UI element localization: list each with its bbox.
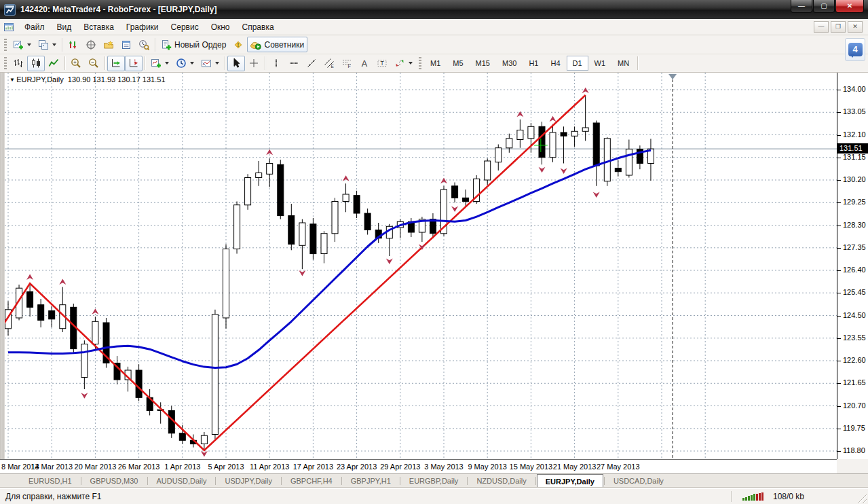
zoom-out-button[interactable]	[85, 56, 102, 71]
favorites-button[interactable]	[100, 37, 117, 52]
timeframe-d1-button[interactable]: D1	[567, 56, 588, 71]
child-restore-button[interactable]: ❐	[831, 21, 846, 33]
timeframe-m15-button[interactable]: M15	[470, 56, 496, 71]
dropdown-caret-icon	[52, 43, 56, 46]
data-window-button[interactable]	[117, 37, 135, 52]
new-order-button[interactable]: Новый Ордер	[157, 37, 229, 52]
zoom-in-button[interactable]	[67, 56, 85, 71]
price-tick-label: 120.70	[837, 401, 866, 410]
toolbar-separator	[145, 56, 145, 70]
chart-tab-audusd[interactable]: AUDUSD,Daily	[149, 474, 215, 488]
chart-tab-eurgbp[interactable]: EURGBP,Daily	[401, 474, 467, 488]
price-axis[interactable]: 134.00133.05132.10131.15130.20129.25128.…	[837, 73, 868, 459]
horizontal-line-tool-button[interactable]	[285, 56, 303, 71]
periods-button[interactable]	[172, 56, 197, 71]
trendline-tool-button[interactable]	[303, 56, 320, 71]
minimize-button[interactable]: —	[791, 0, 812, 13]
chart-shift-triangle-icon[interactable]	[668, 74, 677, 79]
close-button[interactable]: ✕	[835, 0, 864, 13]
menu-item-view[interactable]: Вид	[51, 20, 78, 34]
chart-tab-eurusd[interactable]: EURUSD,H1	[20, 474, 80, 488]
cursor-tool-icon	[231, 58, 242, 69]
vertical-line-tool-icon	[271, 58, 282, 69]
toolbar-standard: Новый Ордер!Советники	[0, 35, 868, 54]
menu-item-help[interactable]: Справка	[236, 20, 280, 34]
expert-advisors-label: Советники	[264, 40, 304, 50]
timeframe-m1-button[interactable]: M1	[424, 56, 447, 71]
timeframe-m5-button[interactable]: M5	[447, 56, 469, 71]
menu-item-insert[interactable]: Вставка	[77, 20, 120, 34]
chart-tab-gbpchf[interactable]: GBPCHF,H4	[282, 474, 341, 488]
chart-shift-button[interactable]	[125, 56, 143, 71]
navigator-button[interactable]	[82, 37, 100, 52]
market-watch-button[interactable]	[64, 37, 82, 52]
menu-item-window[interactable]: Окно	[205, 20, 236, 34]
arrows-tool-button[interactable]	[391, 56, 416, 71]
chart-tab-usdcad[interactable]: USDCAD,Daily	[605, 474, 672, 488]
grid-horizontal	[5, 90, 837, 451]
price-tick-label: 118.80	[837, 446, 865, 454]
time-tick-label: 14 Mar 2013	[31, 463, 73, 471]
time-tick-label: 1 Apr 2013	[164, 463, 200, 471]
svg-text:F: F	[348, 64, 351, 69]
status-bar: Для справки, нажмите F1 108/0 kb	[0, 488, 868, 504]
menu-item-charts[interactable]: Графики	[120, 20, 165, 34]
timeframe-h1-button[interactable]: H1	[523, 56, 544, 71]
resize-grip[interactable]	[856, 492, 867, 503]
chart-tab-eurjpy[interactable]: EURJPY,Daily	[537, 474, 603, 488]
toolbar-separator	[105, 56, 105, 70]
toolbar-grip[interactable]	[4, 39, 7, 51]
price-tick-label: 124.50	[837, 311, 866, 319]
child-minimize-button[interactable]: —	[814, 21, 829, 33]
menu-item-tools[interactable]: Сервис	[165, 20, 205, 34]
bar-chart-mode-icon	[13, 58, 24, 69]
line-chart-mode-button[interactable]	[45, 56, 62, 71]
candlestick-mode-button[interactable]	[27, 56, 45, 71]
child-close-button[interactable]: ✕	[848, 21, 863, 33]
cursor-tool-button[interactable]	[227, 56, 245, 71]
price-tick-label: 133.05	[837, 107, 866, 115]
templates-button[interactable]	[197, 56, 223, 71]
toolbar-grip[interactable]	[4, 57, 7, 69]
zoom-in-icon	[71, 58, 81, 69]
timeframe-w1-button[interactable]: W1	[588, 56, 612, 71]
indicators-button[interactable]	[147, 56, 172, 71]
toolbar-grip[interactable]	[419, 57, 421, 69]
fibonacci-tool-button[interactable]: F	[338, 56, 356, 71]
time-tick-label: 11 Apr 2013	[250, 463, 290, 471]
auto-scroll-button[interactable]	[107, 56, 125, 71]
menu-item-file[interactable]: Файл	[18, 20, 51, 34]
price-tick-label: 127.35	[837, 243, 866, 251]
chart-tab-gbpjpy[interactable]: GBPJPY,H1	[343, 474, 399, 488]
chart-tab-nzdusd[interactable]: NZDUSD,Daily	[468, 474, 534, 488]
vertical-line-tool-button[interactable]	[267, 56, 285, 71]
notifications-badge: 4	[848, 43, 863, 56]
timeframe-mn-button[interactable]: MN	[611, 56, 635, 71]
timeframe-h4-button[interactable]: H4	[544, 56, 566, 71]
zoom-out-icon	[88, 58, 99, 69]
notifications-button[interactable]: 4	[845, 38, 865, 61]
maximize-button[interactable]: ▢	[813, 0, 835, 13]
expert-advisors-button[interactable]: Советники	[247, 37, 307, 52]
crosshair-tool-button[interactable]	[245, 56, 263, 71]
strategy-tester-button[interactable]	[135, 37, 153, 52]
trendline-tool-icon	[306, 58, 317, 69]
chart-tab-usdjpy[interactable]: USDJPY,Daily	[216, 474, 280, 488]
text-label-tool-button[interactable]: T	[373, 56, 391, 71]
new-chart-button[interactable]	[10, 37, 35, 52]
price-chart[interactable]	[5, 73, 837, 459]
equidistant-channel-tool-button[interactable]: E	[320, 56, 338, 71]
svg-text:E: E	[331, 64, 335, 69]
text-tool-button[interactable]: A	[356, 56, 373, 71]
alerts-button[interactable]: !	[229, 37, 247, 52]
crosshair-tool-icon	[248, 58, 259, 69]
time-axis[interactable]: 8 Mar 201314 Mar 201320 Mar 201326 Mar 2…	[0, 459, 837, 473]
bar-chart-mode-button[interactable]	[10, 56, 27, 71]
symbol-ohlc-label[interactable]: ▼ EURJPY,Daily 130.90 131.93 130.17 131.…	[10, 75, 166, 84]
ohlc-values: 130.90 131.93 130.17 131.51	[68, 75, 166, 84]
title-bar: 142420: MetaTrader4 - RoboForex - [EURJP…	[0, 0, 868, 19]
mt4-window: 142420: MetaTrader4 - RoboForex - [EURJP…	[0, 0, 868, 504]
chart-tab-gbpusd[interactable]: GBPUSD,M30	[82, 474, 147, 488]
profiles-button[interactable]	[35, 37, 60, 52]
timeframe-m30-button[interactable]: M30	[496, 56, 523, 71]
